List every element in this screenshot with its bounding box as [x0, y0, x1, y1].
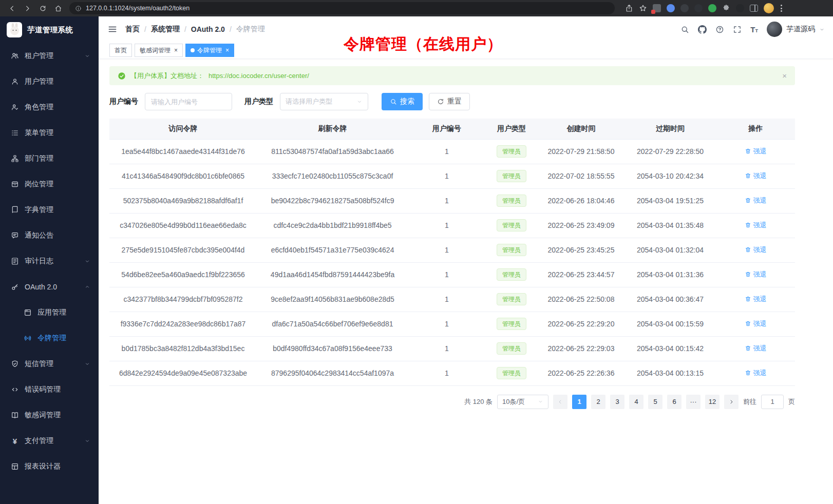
user-id-input[interactable] — [145, 93, 232, 110]
sidebar-item-payment[interactable]: ¥支付管理 — [0, 428, 99, 454]
fullscreen-icon[interactable] — [733, 25, 742, 34]
force-logout-button[interactable]: 强退 — [745, 171, 767, 181]
app-logo-block[interactable]: 芋道管理系统 — [0, 16, 99, 43]
sidebar-item-sms[interactable]: 短信管理 — [0, 351, 99, 377]
dept-tree-icon — [11, 154, 19, 163]
chevron-left-icon — [557, 399, 563, 405]
user-id-cell: 1 — [408, 312, 485, 336]
sidebar-item-tenant[interactable]: 租户管理 — [0, 43, 99, 69]
prev-page-button[interactable] — [553, 395, 567, 409]
reset-button[interactable]: 重置 — [429, 93, 470, 110]
user-id-label: 用户编号 — [109, 97, 138, 106]
browser-menu-icon[interactable] — [780, 4, 783, 13]
sidebar-item-oauth[interactable]: OAuth 2.0 — [0, 274, 99, 300]
sidebar-item-role[interactable]: 角色管理 — [0, 94, 99, 120]
browser-profile-avatar[interactable] — [764, 3, 774, 13]
chevron-down-icon — [819, 27, 825, 32]
page-button-1[interactable]: 1 — [572, 395, 586, 409]
page-tabs-bar: 首页 敏感词管理× 令牌管理× — [99, 42, 833, 59]
sidebar-item-token-mgmt[interactable]: 令牌管理 — [0, 325, 99, 351]
token-table: 访问令牌 刷新令牌 用户编号 用户类型 创建时间 过期时间 操作 1ea5e44… — [109, 119, 795, 386]
role-icon — [11, 103, 19, 111]
breadcrumb-system[interactable]: 系统管理 — [151, 25, 180, 34]
sidebar-item-dept[interactable]: 部门管理 — [0, 146, 99, 171]
search-button[interactable]: 搜索 — [382, 93, 423, 110]
sidebar-collapse-icon[interactable] — [107, 24, 118, 34]
close-icon[interactable]: × — [225, 47, 229, 53]
app-window-icon — [24, 308, 32, 317]
extension-badged-icon[interactable] — [653, 4, 661, 12]
force-logout-button[interactable]: 强退 — [745, 369, 767, 378]
sidebar-item-dict[interactable]: 字典管理 — [0, 197, 99, 223]
extension-dark-icon-2[interactable] — [694, 4, 703, 12]
page-button-12[interactable]: 12 — [705, 395, 720, 409]
page-button-2[interactable]: 2 — [591, 395, 605, 409]
breadcrumb-home[interactable]: 首页 — [125, 25, 140, 34]
action-cell: 强退 — [716, 188, 795, 213]
app-logo — [7, 22, 22, 37]
home-icon[interactable] — [54, 5, 62, 12]
doc-link[interactable]: https://doc.iocoder.cn/user-center/ — [209, 72, 309, 80]
help-icon[interactable] — [715, 25, 724, 34]
extension-dark-icon-1[interactable] — [680, 4, 689, 12]
user-type-select[interactable]: 请选择用户类型 — [280, 93, 368, 110]
chevron-down-icon — [84, 438, 90, 444]
back-icon[interactable] — [8, 5, 16, 12]
extension-blue-icon[interactable] — [667, 4, 675, 12]
sidebar-item-sensitive-word[interactable]: 敏感词管理 — [0, 402, 99, 428]
sidebar-item-user[interactable]: 用户管理 — [0, 69, 99, 94]
sidebar-item-post[interactable]: 岗位管理 — [0, 171, 99, 197]
extensions-puzzle-icon[interactable] — [722, 4, 730, 12]
expire-time-cell: 2054-03-04 00:15:59 — [624, 312, 716, 336]
force-logout-button[interactable]: 强退 — [745, 295, 767, 304]
tab-token-mgmt[interactable]: 令牌管理× — [185, 44, 234, 57]
force-logout-button[interactable]: 强退 — [745, 319, 767, 328]
table-header-row: 访问令牌 刷新令牌 用户编号 用户类型 创建时间 过期时间 操作 — [109, 119, 795, 139]
expire-time-cell: 2054-03-04 00:15:42 — [624, 336, 716, 361]
tab-sensitive-word[interactable]: 敏感词管理× — [135, 44, 183, 57]
forward-icon[interactable] — [24, 5, 31, 12]
next-page-button[interactable] — [724, 395, 739, 409]
sidebar-item-app-mgmt[interactable]: 应用管理 — [0, 300, 99, 325]
browser-toolbar: 127.0.0.1:1024/system/oauth2/token — [0, 0, 833, 16]
github-icon[interactable] — [698, 25, 707, 34]
share-icon[interactable] — [625, 4, 633, 12]
force-logout-button[interactable]: 强退 — [745, 344, 767, 353]
sidebar-item-report-designer[interactable]: 报表设计器 — [0, 454, 99, 479]
force-logout-button[interactable]: 强退 — [745, 270, 767, 279]
address-bar[interactable]: 127.0.0.1:1024/system/oauth2/token — [69, 2, 615, 14]
extension-green-icon[interactable] — [708, 4, 716, 12]
page-info-icon[interactable] — [75, 5, 82, 12]
bookmark-star-icon[interactable] — [639, 4, 647, 12]
sidebar-item-audit-log[interactable]: 审计日志 — [0, 248, 99, 274]
page-button-3[interactable]: 3 — [610, 395, 624, 409]
sidebar-item-menu[interactable]: 菜单管理 — [0, 120, 99, 146]
user-menu[interactable]: 芋道源码 — [767, 22, 825, 37]
page-button-6[interactable]: 6 — [667, 395, 681, 409]
more-pages-button[interactable]: ··· — [686, 395, 701, 409]
force-logout-button[interactable]: 强退 — [745, 147, 767, 156]
close-icon[interactable]: × — [782, 72, 787, 80]
search-icon[interactable] — [680, 25, 689, 34]
action-cell: 强退 — [716, 139, 795, 164]
sidebar-item-error-code[interactable]: 错误码管理 — [0, 377, 99, 402]
page-button-5[interactable]: 5 — [648, 395, 662, 409]
split-view-icon[interactable] — [750, 5, 758, 12]
tab-home[interactable]: 首页 — [109, 44, 132, 57]
force-logout-button[interactable]: 强退 — [745, 221, 767, 230]
action-cell: 强退 — [716, 336, 795, 361]
page-button-4[interactable]: 4 — [629, 395, 643, 409]
font-size-icon[interactable]: TT — [750, 26, 758, 33]
force-logout-button[interactable]: 强退 — [745, 245, 767, 255]
user-type-badge: 管理员 — [497, 342, 526, 355]
expire-time-cell: 2054-03-04 01:35:48 — [624, 213, 716, 238]
force-logout-button[interactable]: 强退 — [745, 196, 767, 205]
breadcrumb-oauth[interactable]: OAuth 2.0 — [191, 25, 225, 33]
page-size-select[interactable]: 10条/页 — [497, 395, 548, 409]
close-icon[interactable]: × — [174, 47, 178, 53]
goto-page-input[interactable] — [761, 395, 784, 409]
reload-icon[interactable] — [39, 5, 47, 12]
sidebar-item-notice[interactable]: 通知公告 — [0, 223, 99, 248]
extension-paw-icon[interactable] — [736, 4, 744, 12]
col-expire-time: 过期时间 — [624, 119, 716, 139]
